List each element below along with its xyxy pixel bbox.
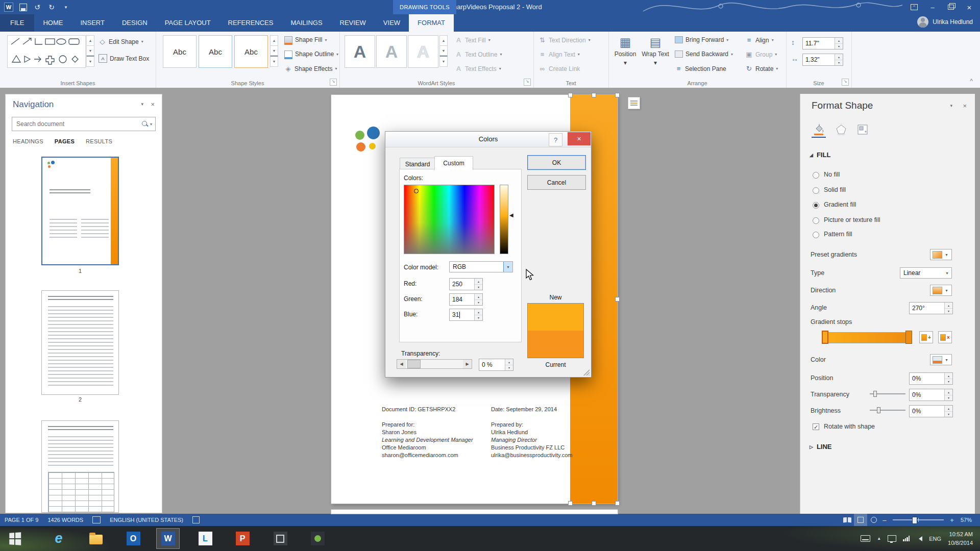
start-button[interactable]	[0, 526, 30, 551]
undo-icon[interactable]: ↺	[33, 3, 42, 12]
red-spin-up[interactable]: ▴	[475, 279, 482, 285]
shapes-scroll-up-button[interactable]: ▲	[86, 35, 94, 46]
height-spin-down[interactable]: ▾	[835, 44, 843, 49]
touch-keyboard-icon[interactable]	[861, 535, 870, 542]
type-dropdown[interactable]: Linear ▾	[900, 267, 952, 279]
wordart-down-button[interactable]: ▼	[439, 46, 448, 56]
taskbar-internet-explorer[interactable]: e	[47, 528, 70, 549]
page-indicator[interactable]: PAGE 1 OF 9	[0, 514, 43, 526]
shape-outline-button[interactable]: Shape Outline ▾	[284, 51, 338, 58]
wordart-sample-1[interactable]: A	[345, 35, 375, 68]
collapse-ribbon-button[interactable]: ^	[970, 78, 973, 85]
shapes-more-button[interactable]: ▼	[86, 56, 94, 67]
transparency-percent-field[interactable]: 0 % ▴ ▾	[479, 359, 513, 371]
picture-fill-radio[interactable]	[813, 217, 819, 224]
wordart-more-button[interactable]: ▼	[439, 56, 448, 67]
send-backward-button[interactable]: Send Backward ▾	[675, 51, 733, 58]
layout-properties-tab[interactable]	[855, 122, 870, 137]
position-button[interactable]: ▦ Position ▾	[611, 36, 639, 66]
wordart-up-button[interactable]: ▲	[439, 35, 448, 46]
ribbon-display-options-button[interactable]: ^	[905, 1, 923, 14]
gradient-stop-2[interactable]	[905, 331, 912, 344]
wordart-sample-2[interactable]: A	[376, 35, 407, 68]
brightness-slider[interactable]	[870, 406, 905, 414]
width-spin-up[interactable]: ▴	[835, 54, 843, 60]
shape-handle-top-left[interactable]	[568, 93, 573, 97]
wrap-text-button[interactable]: ▤ Wrap Text ▾	[641, 36, 670, 66]
effects-tab[interactable]	[834, 122, 848, 137]
transparency-slider[interactable]	[870, 390, 905, 398]
blue-field[interactable]: 31 ▴ ▾	[449, 309, 483, 321]
pattern-fill-radio[interactable]	[813, 232, 819, 238]
input-language[interactable]: ENG	[929, 536, 941, 542]
volume-icon[interactable]	[916, 536, 922, 541]
brightness-field[interactable]: 0% ▴ ▾	[909, 405, 953, 417]
align-button[interactable]: ≡ Align ▾	[745, 36, 774, 44]
wordart-dialog-launcher[interactable]: ↘	[524, 79, 531, 86]
draw-text-box-button[interactable]: A Draw Text Box	[99, 54, 149, 63]
ok-button[interactable]: OK	[527, 155, 586, 170]
qat-customize-icon[interactable]: ▾	[61, 3, 70, 12]
blue-spin-up[interactable]: ▴	[475, 309, 482, 315]
navigation-pane-close-icon[interactable]: ×	[151, 101, 155, 108]
fill-section-header[interactable]: ◢ FILL	[810, 151, 830, 159]
red-spin-down[interactable]: ▾	[475, 285, 482, 290]
nav-tab-headings[interactable]: HEADINGS	[13, 138, 43, 144]
print-layout-button[interactable]	[854, 514, 867, 526]
fill-line-tab[interactable]	[812, 122, 826, 138]
shape-style-sample-2[interactable]: Abc	[199, 35, 232, 68]
shape-styles-up-button[interactable]: ▲	[270, 35, 278, 46]
tab-view[interactable]: VIEW	[375, 14, 409, 32]
shape-handle-right-mid[interactable]	[615, 297, 620, 302]
shape-handle-top-mid[interactable]	[592, 93, 596, 97]
taskbar-word[interactable]: W	[156, 528, 180, 549]
nav-tab-results[interactable]: RESULTS	[86, 138, 112, 144]
angle-spin-up[interactable]: ▴	[945, 303, 952, 309]
green-spin-down[interactable]: ▾	[475, 300, 482, 306]
search-icon[interactable]	[142, 121, 148, 127]
zoom-in-button[interactable]: +	[948, 516, 956, 524]
remove-gradient-stop-button[interactable]: ×	[938, 331, 952, 343]
show-hidden-icons[interactable]: ▲	[877, 536, 881, 541]
tab-references[interactable]: REFERENCES	[219, 14, 282, 32]
tab-insert[interactable]: INSERT	[71, 14, 113, 32]
shape-styles-dialog-launcher[interactable]: ↘	[330, 79, 337, 86]
account-user[interactable]: Ulrika Hedlund	[917, 16, 973, 28]
shape-handle-top-right[interactable]	[615, 93, 620, 97]
redo-icon[interactable]: ↻	[47, 3, 56, 12]
taskbar-file-explorer[interactable]	[84, 528, 108, 549]
shape-effects-button[interactable]: ◈ Shape Effects ▾	[284, 65, 337, 72]
tab-format[interactable]: FORMAT	[409, 14, 454, 32]
cancel-button[interactable]: Cancel	[527, 175, 586, 190]
add-gradient-stop-button[interactable]: +	[919, 331, 933, 343]
text-fill-button[interactable]: A Text Fill ▾	[455, 36, 491, 44]
shape-height-field[interactable]: 11.7" ▴ ▾	[802, 37, 843, 49]
rotate-button[interactable]: ↻ Rotate ▾	[745, 65, 778, 72]
align-text-button[interactable]: ≡ Align Text ▾	[538, 51, 580, 58]
page-thumbnail-1[interactable]	[41, 157, 119, 265]
color-model-dropdown[interactable]: RGB ▾	[449, 261, 513, 272]
zoom-slider-thumb[interactable]	[912, 517, 917, 524]
transparency-scrollbar[interactable]: ◀ ▶	[397, 359, 472, 369]
text-effects-button[interactable]: A Text Effects ▾	[455, 65, 501, 72]
network-icon[interactable]	[903, 536, 910, 541]
create-link-button[interactable]: ∞ Create Link	[538, 65, 580, 72]
direction-dropdown[interactable]: ▾	[930, 285, 952, 296]
layout-options-button[interactable]	[628, 97, 640, 109]
dialog-help-button[interactable]: ?	[549, 133, 562, 146]
transparency-field[interactable]: 0% ▴ ▾	[909, 389, 953, 401]
close-button[interactable]: ×	[961, 1, 978, 14]
search-options-icon[interactable]: ▾	[150, 122, 152, 127]
size-dialog-launcher[interactable]: ↘	[842, 79, 849, 86]
shape-handle-bottom-mid[interactable]	[592, 501, 596, 506]
page-thumbnail-2[interactable]	[41, 290, 119, 395]
dialog-close-button[interactable]: ×	[568, 132, 591, 145]
taskbar-lync[interactable]: L	[193, 528, 217, 549]
save-icon[interactable]	[18, 3, 28, 12]
taskbar-outlook[interactable]: O	[121, 528, 145, 549]
language-indicator[interactable]: ENGLISH (UNITED STATES)	[105, 514, 188, 526]
position-spin-down[interactable]: ▾	[945, 379, 952, 385]
read-mode-button[interactable]	[841, 514, 854, 526]
color-matrix-marker[interactable]	[414, 189, 419, 193]
tab-review[interactable]: REVIEW	[331, 14, 375, 32]
